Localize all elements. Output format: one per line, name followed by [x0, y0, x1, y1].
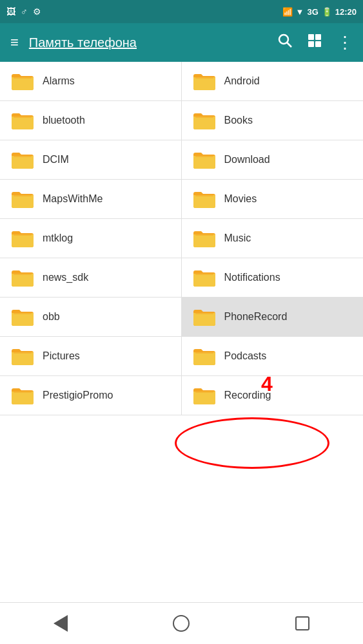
folder-item-recording[interactable]: Recording — [182, 376, 364, 415]
folder-name: news_sdk — [43, 272, 88, 283]
folder-icon — [10, 385, 35, 406]
folder-item-pictures[interactable]: Pictures — [0, 337, 182, 376]
svg-rect-22 — [14, 391, 32, 393]
recents-button[interactable] — [286, 611, 319, 636]
folder-name: Pictures — [43, 350, 80, 362]
svg-rect-12 — [14, 194, 32, 196]
folder-item-bluetooth[interactable]: bluetooth — [0, 101, 182, 140]
svg-rect-14 — [14, 234, 32, 236]
signal-icon: 📶 — [282, 7, 293, 17]
folder-icon — [192, 110, 217, 131]
folder-item-music[interactable]: Music — [182, 219, 364, 258]
svg-rect-19 — [195, 312, 213, 314]
home-button[interactable] — [165, 611, 197, 636]
folder-icon — [10, 346, 35, 366]
folder-item-dcim[interactable]: DCIM — [0, 140, 182, 180]
folder-item-android[interactable]: Android — [182, 62, 364, 101]
folder-item-news_sdk[interactable]: news_sdk — [0, 258, 182, 298]
folder-icon — [192, 267, 217, 288]
folder-name: Music — [224, 232, 251, 244]
folder-item-books[interactable]: Books — [182, 101, 364, 140]
status-right-icons: 📶 ▼ 3G 🔋 12:20 — [282, 7, 357, 17]
folder-name: Recording — [224, 390, 271, 401]
folder-icon — [192, 346, 217, 366]
svg-rect-18 — [14, 312, 32, 314]
svg-rect-11 — [195, 155, 213, 157]
folder-item-podcasts[interactable]: Podcasts — [182, 337, 364, 376]
toolbar-title: Память телефона — [29, 35, 267, 50]
folder-item-notifications[interactable]: Notifications — [182, 258, 364, 298]
folder-icon — [192, 149, 217, 170]
svg-rect-5 — [315, 41, 321, 47]
svg-rect-3 — [315, 34, 321, 40]
status-left-icons: 🖼 ♂ ⚙ — [6, 6, 41, 17]
folder-name: Books — [224, 115, 253, 126]
folder-name: mtklog — [43, 232, 73, 244]
svg-rect-23 — [195, 391, 213, 393]
status-bar: 🖼 ♂ ⚙ 📶 ▼ 3G 🔋 12:20 — [0, 0, 363, 23]
gallery-icon: 🖼 — [6, 6, 15, 17]
folder-name: Movies — [224, 193, 257, 205]
android-icon: ⚙ — [33, 6, 41, 17]
search-button[interactable] — [273, 30, 297, 55]
svg-rect-4 — [308, 41, 314, 47]
folder-icon — [192, 385, 217, 406]
folder-item-download[interactable]: Download — [182, 140, 364, 180]
svg-point-0 — [279, 35, 288, 44]
svg-rect-13 — [195, 194, 213, 196]
more-options-button[interactable]: ⋮ — [333, 30, 357, 55]
folder-name: Download — [224, 154, 270, 166]
toolbar: ≡ Память телефона ⋮ — [0, 23, 363, 62]
svg-rect-6 — [14, 77, 32, 79]
folder-item-mtklog[interactable]: mtklog — [0, 219, 182, 258]
folder-name: obb — [43, 311, 60, 323]
clock: 12:20 — [335, 7, 357, 17]
file-grid: Alarms Android bluetooth Books DCIM Down… — [0, 62, 363, 415]
folder-item-movies[interactable]: Movies — [182, 180, 364, 219]
folder-item-prestigiopromo[interactable]: PrestigioPromo — [0, 376, 182, 415]
svg-rect-20 — [14, 352, 32, 354]
back-button[interactable] — [44, 611, 77, 636]
battery-icon: 🔋 — [322, 7, 332, 17]
folder-name: Podcasts — [224, 350, 267, 362]
folder-name: bluetooth — [43, 115, 85, 126]
bottom-nav — [0, 602, 363, 644]
folder-name: MapsWithMe — [43, 193, 103, 205]
wifi-icon: ▼ — [296, 7, 304, 17]
folder-icon — [192, 189, 217, 209]
folder-icon — [192, 307, 217, 327]
folder-item-phonerecord[interactable]: PhoneRecord — [182, 298, 364, 337]
folder-icon — [10, 307, 35, 327]
folder-icon — [10, 110, 35, 131]
folder-icon — [10, 71, 35, 91]
network-type: 3G — [307, 7, 318, 17]
svg-rect-16 — [14, 273, 32, 275]
folder-name: DCIM — [43, 154, 69, 166]
usb-icon: ♂ — [21, 6, 28, 17]
menu-button[interactable]: ≡ — [6, 32, 23, 53]
folder-name: PrestigioPromo — [43, 390, 113, 401]
svg-rect-17 — [195, 273, 213, 275]
circle-annotation — [175, 417, 329, 469]
svg-rect-15 — [195, 234, 213, 236]
folder-icon — [10, 267, 35, 288]
folder-icon — [10, 228, 35, 249]
svg-line-1 — [287, 43, 291, 47]
folder-item-alarms[interactable]: Alarms — [0, 62, 182, 101]
folder-item-mapswithme[interactable]: MapsWithMe — [0, 180, 182, 219]
folder-icon — [10, 149, 35, 170]
folder-icon — [192, 71, 217, 91]
folder-name: Notifications — [224, 272, 280, 283]
svg-rect-7 — [195, 77, 213, 79]
grid-view-button[interactable] — [303, 30, 326, 55]
folder-icon — [192, 228, 217, 249]
svg-rect-9 — [195, 116, 213, 118]
folder-icon — [10, 189, 35, 209]
svg-rect-8 — [14, 116, 32, 118]
svg-rect-2 — [308, 34, 314, 40]
folder-name: Alarms — [43, 75, 75, 87]
svg-rect-10 — [14, 155, 32, 157]
folder-name: PhoneRecord — [224, 311, 288, 323]
folder-item-obb[interactable]: obb — [0, 298, 182, 337]
folder-name: Android — [224, 75, 260, 87]
